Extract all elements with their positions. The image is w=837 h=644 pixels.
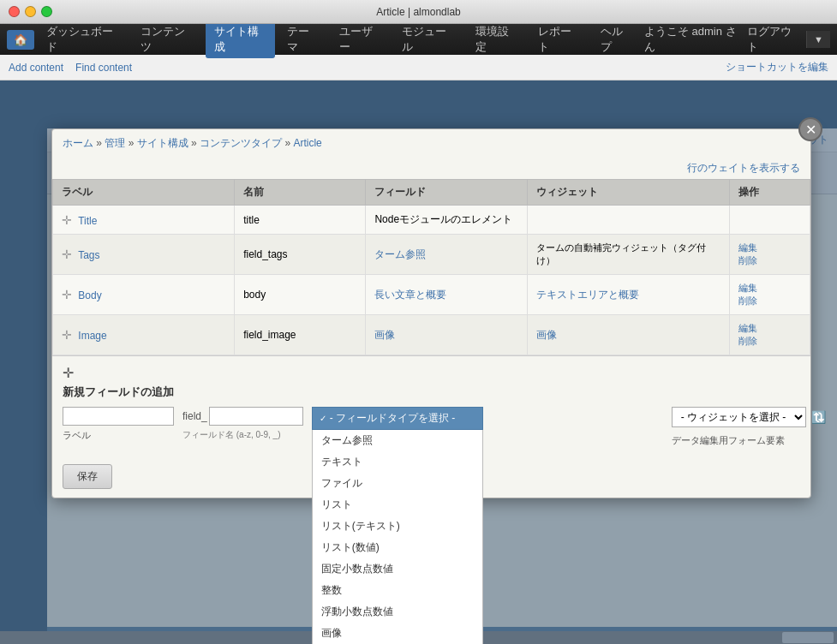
cell-label: ✛ Title (53, 206, 235, 235)
breadcrumb-site-structure[interactable]: サイト構成 (137, 137, 188, 149)
minimize-button[interactable] (25, 6, 36, 17)
widget-select-row: - ウィジェットを選択 - 🔃 (672, 407, 826, 427)
cell-ops: 編集 削除 (729, 275, 810, 315)
option-text[interactable]: テキスト (313, 451, 482, 473)
cell-name: field_tags (235, 235, 366, 275)
table-row: ✛ Body body 長い文章と概要 テキストエリアと概要 編集 削除 (53, 275, 810, 315)
widget-body[interactable]: テキストエリアと概要 (536, 289, 639, 301)
topnav-dropdown[interactable]: ▼ (806, 31, 830, 48)
field-type-selected[interactable]: - フィールドタイプを選択 - (312, 407, 483, 430)
cell-widget: テキストエリアと概要 (527, 275, 729, 315)
table-row: ✛ Title title Nodeモジュールのエレメント (53, 206, 810, 235)
maximize-button[interactable] (41, 6, 52, 17)
drag-handle[interactable]: ✛ (62, 247, 75, 261)
nav-modules[interactable]: モジュール (393, 21, 463, 58)
cell-ops (729, 206, 810, 235)
modal-close-button[interactable]: ✕ (798, 117, 822, 141)
field-type-image[interactable]: 画像 (374, 329, 395, 341)
add-field-section: ✛ 新規フィールドの追加 ラベル field_ フィールド名 (a-z, 0-9… (52, 355, 810, 456)
edit-body-link[interactable]: 編集 (738, 283, 757, 293)
breadcrumb-content-type[interactable]: コンテンツタイプ (200, 137, 282, 149)
label-input[interactable] (63, 407, 174, 426)
option-list-text[interactable]: リスト(テキスト) (313, 516, 482, 537)
nav-content[interactable]: コンテンツ (132, 21, 201, 58)
find-content-link[interactable]: Find content (75, 62, 132, 74)
cell-field: ターム参照 (366, 235, 528, 275)
option-image[interactable]: 画像 (313, 623, 482, 644)
add-field-row: ラベル field_ フィールド名 (a-z, 0-9, _) - フィールドタ… (63, 407, 800, 447)
field-type-options: ターム参照 テキスト ファイル リスト リスト(テキスト) リスト(数値) 固定… (312, 430, 483, 644)
add-field-title: 新規フィールドの追加 (63, 385, 800, 400)
home-nav-button[interactable]: 🏠 (7, 30, 34, 50)
option-list[interactable]: リスト (313, 494, 482, 516)
field-label-tags: Tags (78, 249, 99, 261)
cell-widget (527, 206, 729, 235)
cell-ops: 編集 削除 (729, 235, 810, 275)
add-content-link[interactable]: Add content (9, 62, 63, 74)
cell-field: Nodeモジュールのエレメント (366, 206, 528, 235)
cell-name: body (235, 275, 366, 315)
edit-tags-link[interactable]: 編集 (738, 242, 757, 253)
edit-image-link[interactable]: 編集 (738, 323, 757, 333)
field-type-body[interactable]: 長い文章と概要 (374, 289, 446, 301)
field-name-column: field_ フィールド名 (a-z, 0-9, _) (182, 407, 303, 441)
field-name-input[interactable] (209, 407, 303, 426)
breadcrumb-article[interactable]: Article (293, 137, 321, 149)
option-list-number[interactable]: リスト(数値) (313, 537, 482, 558)
delete-body-link[interactable]: 削除 (738, 295, 757, 306)
th-widget: ウィジェット (527, 180, 729, 206)
close-button[interactable] (9, 6, 20, 17)
delete-tags-link[interactable]: 削除 (738, 255, 757, 265)
option-float[interactable]: 浮動小数点数値 (313, 601, 482, 623)
cell-name: field_image (235, 315, 366, 355)
welcome-text: ようこそ admin さん (644, 24, 741, 55)
th-ops: 操作 (729, 180, 810, 206)
option-term-ref[interactable]: ターム参照 (313, 430, 482, 451)
row-weight-link[interactable]: 行のウェイトを表示する (52, 158, 810, 179)
modal: ✕ ホーム » 管理 » サイト構成 » コンテンツタイプ » Article … (51, 128, 811, 498)
delete-image-link[interactable]: 削除 (738, 336, 757, 346)
top-nav: 🏠 ダッシュボード コンテンツ サイト構成 テーマ ユーザー モジュール 環境設… (0, 24, 837, 55)
drag-handle[interactable]: ✛ (62, 328, 75, 342)
drag-handle[interactable]: ✛ (62, 213, 75, 227)
widget-refresh-icon[interactable]: 🔃 (811, 410, 826, 424)
cell-label: ✛ Image (53, 315, 235, 355)
breadcrumb-admin[interactable]: 管理 (105, 137, 125, 149)
field-type-dropdown[interactable]: - フィールドタイプを選択 - ターム参照 テキスト ファイル リスト リスト(… (312, 407, 483, 644)
breadcrumb-home[interactable]: ホーム (63, 137, 93, 149)
topnav-right: ようこそ admin さん ログアウト ▼ (644, 24, 830, 55)
logout-button[interactable]: ログアウト (747, 24, 799, 55)
shortcuts-link[interactable]: ショートカットを編集 (726, 60, 828, 75)
option-integer[interactable]: 整数 (313, 580, 482, 601)
nav-site-structure[interactable]: サイト構成 (206, 21, 275, 58)
nav-help[interactable]: ヘルプ (592, 21, 641, 58)
nav-theme[interactable]: テーマ (278, 21, 327, 58)
save-button[interactable]: 保存 (63, 464, 112, 489)
table-row: ✛ Image field_image 画像 画像 編集 削除 (53, 315, 810, 355)
nav-config[interactable]: 環境設定 (467, 21, 526, 58)
add-field-expand-icon[interactable]: ✛ (63, 366, 74, 380)
field-label-body: Body (78, 289, 101, 301)
option-file[interactable]: ファイル (313, 473, 482, 494)
cell-field: 画像 (366, 315, 528, 355)
nav-dashboard[interactable]: ダッシュボード (38, 21, 129, 58)
cell-ops: 編集 削除 (729, 315, 810, 355)
secondary-nav: Add content Find content ショートカットを編集 (0, 55, 837, 80)
window-controls (9, 6, 52, 17)
table-row: ✛ Tags field_tags ターム参照 タームの自動補完ウィジェット（タ… (53, 235, 810, 275)
nav-reports[interactable]: レポート (529, 21, 589, 58)
field-hint: フィールド名 (a-z, 0-9, _) (182, 429, 303, 441)
label-hint: ラベル (63, 429, 174, 442)
cell-field: 長い文章と概要 (366, 275, 528, 315)
nav-users[interactable]: ユーザー (331, 21, 390, 58)
cell-label: ✛ Body (53, 275, 235, 315)
cell-label: ✛ Tags (53, 235, 235, 275)
breadcrumb: ホーム » 管理 » サイト構成 » コンテンツタイプ » Article (52, 129, 810, 158)
titlebar: Article | almondlab (0, 0, 837, 24)
option-decimal[interactable]: 固定小数点数値 (313, 558, 482, 580)
drag-handle[interactable]: ✛ (62, 288, 75, 301)
widget-image[interactable]: 画像 (536, 329, 557, 341)
field-type-tags[interactable]: ターム参照 (374, 248, 426, 260)
field-label-image: Image (78, 330, 106, 342)
widget-select[interactable]: - ウィジェットを選択 - (672, 407, 806, 427)
